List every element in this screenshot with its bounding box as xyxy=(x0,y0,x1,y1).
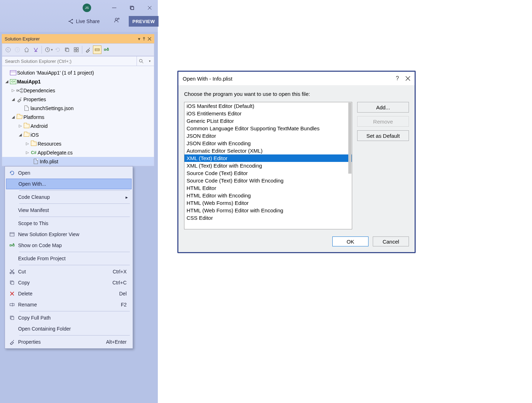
switch-view-button[interactable] xyxy=(32,45,40,54)
ok-button[interactable]: OK xyxy=(332,236,368,246)
list-item[interactable]: iOS Manifest Editor (Default) xyxy=(184,102,352,110)
cut-icon xyxy=(6,269,18,274)
forward-button[interactable] xyxy=(13,45,22,54)
minimize-button[interactable] xyxy=(109,4,120,12)
close-button[interactable] xyxy=(144,4,155,12)
chevron-right-icon[interactable]: ▷ xyxy=(11,88,16,93)
separator xyxy=(19,217,130,217)
list-item[interactable]: HTML (Web Forms) Editor xyxy=(184,199,352,207)
project-node[interactable]: ◢ C# MauiApp1 xyxy=(2,77,154,86)
solution-node[interactable]: Solution 'MauiApp1' (1 of 1 project) xyxy=(2,68,154,77)
home-button[interactable] xyxy=(22,45,31,54)
android-node[interactable]: ▷ Android xyxy=(2,121,154,130)
show-all-button[interactable] xyxy=(72,45,81,54)
search-input[interactable] xyxy=(2,59,137,64)
set-default-button[interactable]: Set as Default xyxy=(357,130,409,141)
cm-open-with[interactable]: Open With... xyxy=(6,179,132,189)
list-item[interactable]: Source Code (Text) Editor With Encoding xyxy=(184,177,352,184)
search-dropdown-icon[interactable]: ▾ xyxy=(145,59,154,63)
programs-listbox[interactable]: iOS Manifest Editor (Default)iOS Entitle… xyxy=(184,102,352,229)
chevron-right-icon[interactable]: ▷ xyxy=(25,150,30,155)
scrollbar[interactable] xyxy=(348,103,351,174)
cm-scope[interactable]: Scope to This xyxy=(6,218,132,229)
back-button[interactable] xyxy=(4,45,12,54)
panel-pin-icon[interactable] xyxy=(142,36,146,42)
cm-copy[interactable]: Copy Ctrl+C xyxy=(6,277,132,288)
cm-code-map[interactable]: Show on Code Map xyxy=(6,240,132,251)
svg-rect-34 xyxy=(10,233,14,236)
list-item[interactable]: JSON Editor with Encoding xyxy=(184,140,352,147)
search-icon[interactable] xyxy=(137,59,145,64)
list-item[interactable]: Source Code (Text) Editor xyxy=(184,169,352,177)
dependencies-node[interactable]: ▷ Dependencies xyxy=(2,86,154,95)
chevron-right-icon[interactable]: ▷ xyxy=(25,141,30,146)
cm-new-view[interactable]: New Solution Explorer View xyxy=(6,229,132,240)
svg-rect-49 xyxy=(10,304,14,306)
cm-view-manifest[interactable]: View Manifest xyxy=(6,205,132,216)
list-item[interactable]: CSS Editor xyxy=(184,214,352,222)
cm-exclude[interactable]: Exclude From Project xyxy=(6,253,132,264)
svg-rect-2 xyxy=(131,7,134,10)
separator xyxy=(19,265,130,265)
search-box[interactable]: ▾ xyxy=(2,56,154,66)
infoplist-node[interactable]: Info.plist xyxy=(2,157,154,166)
help-button[interactable]: ? xyxy=(396,75,399,82)
cancel-button[interactable]: Cancel xyxy=(373,236,409,246)
delete-icon xyxy=(6,291,18,296)
file-icon xyxy=(34,159,38,164)
cm-copy-path[interactable]: Copy Full Path xyxy=(6,312,132,323)
solution-explorer-header[interactable]: Solution Explorer ▾ xyxy=(2,34,154,43)
chevron-down-icon[interactable]: ◢ xyxy=(11,97,16,102)
appdelegate-node[interactable]: ▷ C# AppDelegate.cs xyxy=(2,148,154,157)
live-share-button[interactable]: Live Share xyxy=(67,18,100,24)
list-item[interactable]: XML (Text) Editor xyxy=(184,154,352,162)
properties-icon[interactable] xyxy=(84,45,92,54)
separator xyxy=(19,203,130,204)
refresh-button[interactable] xyxy=(54,45,62,54)
cm-rename[interactable]: Rename F2 xyxy=(6,299,132,310)
folder-open-icon xyxy=(23,133,29,137)
dependencies-icon xyxy=(16,88,23,93)
cm-code-cleanup[interactable]: Code Cleanup ▸ xyxy=(6,192,132,202)
cm-properties[interactable]: Properties Alt+Enter xyxy=(6,337,132,347)
add-button[interactable]: Add... xyxy=(357,102,409,113)
cm-open-folder[interactable]: Open Containing Folder xyxy=(6,323,132,334)
chevron-down-icon[interactable]: ◢ xyxy=(11,115,16,119)
properties-node[interactable]: ◢ Properties xyxy=(2,95,154,104)
live-share-label: Live Share xyxy=(76,18,100,24)
cm-open[interactable]: Open xyxy=(6,168,132,178)
launchsettings-node[interactable]: launchSettings.json xyxy=(2,104,154,113)
cm-cut[interactable]: Cut Ctrl+X xyxy=(6,266,132,277)
list-item[interactable]: HTML Editor xyxy=(184,184,352,192)
list-item[interactable]: HTML (Web Forms) Editor with Encoding xyxy=(184,207,352,214)
preview-button[interactable]: PREVIEW xyxy=(129,16,159,27)
list-item[interactable]: Common Language Editor Supporting TextMa… xyxy=(184,125,352,132)
wrench-icon xyxy=(16,97,23,102)
collapse-all-button[interactable] xyxy=(63,45,71,54)
platforms-node[interactable]: ◢ Platforms xyxy=(2,113,154,121)
history-button[interactable] xyxy=(43,45,52,54)
window-icon xyxy=(6,232,18,237)
list-item[interactable]: JSON Editor xyxy=(184,132,352,140)
list-item[interactable]: Generic PList Editor xyxy=(184,117,352,125)
dialog-titlebar[interactable]: Open With - Info.plist ? xyxy=(178,72,415,85)
chevron-down-icon[interactable]: ◢ xyxy=(4,79,9,84)
resources-node[interactable]: ▷ Resources xyxy=(2,139,154,148)
sync-button[interactable] xyxy=(102,45,111,54)
list-item[interactable]: XML (Text) Editor with Encoding xyxy=(184,162,352,169)
ios-node[interactable]: ◢ iOS xyxy=(2,130,154,139)
panel-close-icon[interactable] xyxy=(148,36,151,42)
user-avatar[interactable]: JS xyxy=(83,4,91,12)
preview-selected-button[interactable] xyxy=(93,45,101,54)
list-item[interactable]: HTML Editor with Encoding xyxy=(184,192,352,199)
chevron-down-icon[interactable]: ◢ xyxy=(18,132,23,137)
cm-delete[interactable]: Delete Del xyxy=(6,288,132,299)
close-icon[interactable] xyxy=(405,76,410,81)
panel-dropdown-icon[interactable]: ▾ xyxy=(138,36,140,42)
list-item[interactable]: Automatic Editor Selector (XML) xyxy=(184,147,352,154)
list-item[interactable]: iOS Entitlements Editor xyxy=(184,110,352,117)
chevron-right-icon[interactable]: ▷ xyxy=(18,124,23,128)
feedback-button[interactable] xyxy=(113,17,121,24)
svg-rect-22 xyxy=(104,49,106,50)
maximize-button[interactable] xyxy=(127,4,137,12)
